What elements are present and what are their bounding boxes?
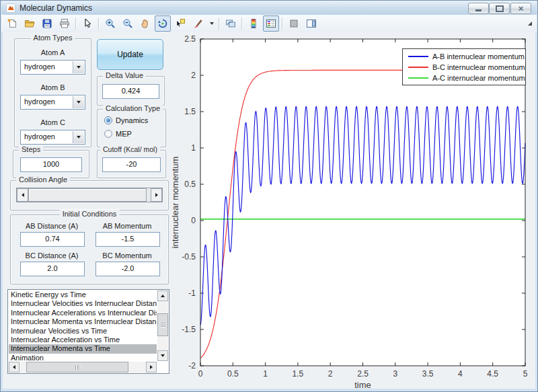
- list-item[interactable]: Kinetic Energy vs Time: [9, 290, 157, 299]
- steps-panel: Steps 1000: [13, 150, 89, 178]
- scroll-down-button[interactable]: [157, 350, 168, 361]
- legend-label: B-C internuclear momentum: [432, 63, 525, 71]
- radio-label: MEP: [116, 130, 132, 138]
- vertical-scrollbar[interactable]: [157, 290, 168, 361]
- data-cursor-button[interactable]: [172, 15, 188, 32]
- pan-hand-icon: [140, 18, 151, 29]
- svg-text:-1.5: -1.5: [182, 325, 196, 334]
- dropdown-value: hydrogen: [24, 130, 55, 143]
- steps-field[interactable]: 1000: [20, 157, 82, 172]
- list-item[interactable]: Internuclear Momenta vs Time: [9, 344, 157, 353]
- hide-plot-tools-button[interactable]: [286, 15, 302, 32]
- brush-data-button[interactable]: [190, 15, 206, 32]
- svg-text:0: 0: [198, 369, 203, 379]
- dropdown-button[interactable]: [73, 131, 84, 143]
- atom-a-dropdown[interactable]: hydrogen: [20, 60, 85, 75]
- panel-title: Delta Value: [103, 71, 146, 79]
- title-bar[interactable]: Molecular Dynamics ×: [1, 1, 537, 15]
- rotate-3d-icon: [157, 18, 168, 29]
- hide-plot-tools-icon: [289, 18, 299, 29]
- chevron-down-icon: [77, 136, 81, 139]
- plot-axes: 00.511.522.533.544.55-2-1.5-1-0.500.511.…: [170, 32, 538, 391]
- list-item[interactable]: Internuclear Accelerations vs Internucle…: [9, 309, 157, 317]
- bc-momentum-field[interactable]: -2.0: [95, 262, 160, 276]
- delta-value-field[interactable]: 0.424: [102, 84, 159, 99]
- update-button[interactable]: Update: [97, 39, 163, 70]
- slider-right-arrow[interactable]: [151, 188, 162, 202]
- toolbar-separator: [241, 17, 243, 30]
- toolbar-overflow-icon[interactable]: [528, 22, 532, 26]
- slider-left-arrow[interactable]: [17, 188, 28, 202]
- svg-text:0: 0: [191, 216, 196, 225]
- svg-text:1.5: 1.5: [293, 369, 304, 379]
- list-item[interactable]: Internulear Velocities vs Time: [9, 327, 157, 336]
- atom-a-label: Atom A: [15, 48, 91, 56]
- arrow-up-icon: [161, 295, 165, 297]
- pan-button[interactable]: [137, 15, 153, 32]
- svg-text:internuclear momentum: internuclear momentum: [170, 157, 180, 249]
- plot-list: Kinetic Energy vs Time Internuclear Velo…: [7, 289, 169, 374]
- horizontal-scroll-thumb[interactable]: [26, 362, 128, 373]
- maximize-button[interactable]: [489, 3, 510, 14]
- zoom-out-icon: [122, 18, 133, 29]
- collision-angle-slider[interactable]: [16, 188, 163, 202]
- cutoff-field[interactable]: -20: [102, 157, 161, 172]
- radio-option-1[interactable]: MEP: [104, 130, 132, 138]
- ab-distance-field[interactable]: 0.74: [20, 232, 85, 247]
- svg-text:-0.5: -0.5: [182, 252, 196, 262]
- matlab-app-icon: [6, 3, 15, 13]
- link-plot-button[interactable]: [223, 15, 239, 32]
- legend-entry: B-C internuclear momentum: [403, 62, 525, 73]
- collision-angle-panel: Collision Angle: [10, 180, 169, 210]
- edit-plot-button[interactable]: [79, 15, 95, 32]
- panel-title: Cutoff (Kcal/ mol): [100, 145, 160, 153]
- minimize-button[interactable]: [468, 3, 489, 14]
- bc-distance-field[interactable]: 2.0: [20, 262, 85, 276]
- save-button[interactable]: [39, 15, 55, 32]
- bc-distance-label: BC Distance (A): [20, 251, 83, 260]
- scroll-up-button[interactable]: [157, 290, 168, 301]
- new-file-icon: [7, 18, 17, 29]
- close-icon: ×: [518, 4, 524, 13]
- calculation-type-panel: Calculation Type Dynamics MEP: [97, 109, 166, 147]
- atom-b-dropdown[interactable]: hydrogen: [20, 95, 85, 110]
- horizontal-scrollbar[interactable]: [9, 362, 157, 373]
- scroll-right-button[interactable]: [146, 362, 157, 373]
- list-item[interactable]: Internuclear Velocities vs Internuclear …: [9, 299, 157, 308]
- radio-icon: [104, 116, 112, 124]
- open-file-icon: [24, 18, 35, 29]
- ab-distance-label: AB Distance (A): [20, 222, 83, 230]
- new-file-button[interactable]: [4, 15, 20, 32]
- show-plot-tools-button[interactable]: [303, 15, 319, 32]
- zoom-out-button[interactable]: [120, 15, 136, 32]
- open-file-button[interactable]: [22, 15, 38, 32]
- plot-legend[interactable]: A-B internuclear momentum B-C internucle…: [402, 48, 526, 85]
- rotate-3d-button[interactable]: [155, 15, 171, 32]
- vertical-scroll-thumb[interactable]: [157, 313, 168, 336]
- toolbar-separator: [219, 17, 220, 30]
- dropdown-button[interactable]: [73, 61, 84, 73]
- scroll-left-button[interactable]: [9, 362, 20, 373]
- list-item[interactable]: Animation: [9, 354, 157, 361]
- svg-text:2: 2: [328, 369, 333, 379]
- insert-colorbar-button[interactable]: [245, 15, 262, 32]
- list-item[interactable]: Internuclear Momenta vs Internuclear Dis…: [9, 317, 157, 326]
- toolbar-separator: [75, 17, 77, 30]
- close-button[interactable]: ×: [510, 3, 531, 14]
- brush-dropdown-button[interactable]: [207, 15, 216, 32]
- print-button[interactable]: [56, 15, 73, 32]
- atom-c-dropdown[interactable]: hydrogen: [20, 130, 85, 145]
- radio-option-0[interactable]: Dynamics: [104, 116, 148, 124]
- slider-thumb[interactable]: [28, 188, 147, 202]
- svg-text:2: 2: [191, 71, 196, 80]
- svg-text:0.5: 0.5: [227, 369, 239, 379]
- dropdown-button[interactable]: [73, 96, 84, 108]
- insert-legend-button[interactable]: [263, 15, 279, 32]
- legend-entry: A-C internuclear momentum: [403, 73, 525, 83]
- legend-entry: A-B internuclear momentum: [403, 51, 525, 62]
- ab-momentum-field[interactable]: -1.5: [95, 232, 160, 247]
- initial-conditions-panel: Initial Conditions AB Distance (A) AB Mo…: [10, 214, 169, 284]
- zoom-in-button[interactable]: [102, 15, 118, 32]
- legend-label: A-B internuclear momentum: [432, 52, 525, 61]
- list-item[interactable]: Internuclear Acceleration vs Time: [9, 336, 157, 344]
